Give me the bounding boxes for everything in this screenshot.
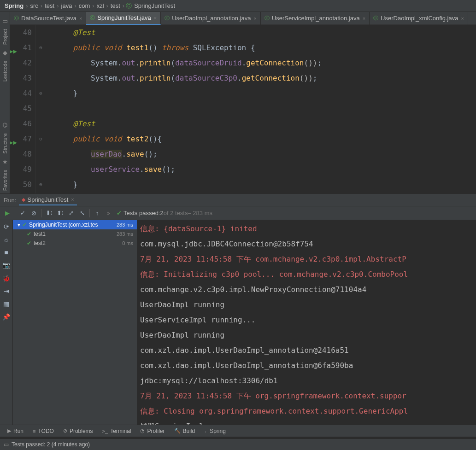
code-line[interactable]: System.out.println(dataSourceDruid.getCo…	[55, 55, 476, 70]
run-panel-header: Run: ◆ SpringJunitTest ×	[0, 193, 476, 206]
close-icon[interactable]: ×	[363, 16, 365, 21]
tool-leetcode[interactable]: Leetcode	[2, 61, 8, 82]
close-icon[interactable]: ×	[253, 16, 256, 21]
console-line[interactable]: com.xzl.dao.impl.UserDaoImpl_annotation@…	[140, 358, 473, 373]
breadcrumb-bar: Spring › src › test › java › com › xzl ›…	[0, 0, 476, 12]
console-line[interactable]: jdbc:mysql://localhost:3306/db1	[140, 373, 473, 388]
console-line[interactable]: 7月 21, 2023 11:45:58 下午 com.mchange.v2.c…	[140, 251, 473, 267]
tool-favorites[interactable]: Favorites	[2, 170, 8, 191]
project-icon[interactable]: ▭	[2, 18, 8, 24]
bottom-tab-spring[interactable]: ⬫Spring	[200, 425, 230, 437]
debug-button[interactable]: ☼	[0, 233, 12, 246]
test-tree[interactable]: ▾✔SpringJunitTest (com.xzl.tes283 ms✔tes…	[13, 220, 137, 425]
tool-project[interactable]: Project	[2, 29, 8, 45]
camera-icon[interactable]: 📷	[0, 259, 12, 272]
run-label: Run:	[4, 197, 16, 204]
fold-marker[interactable]: ⊖	[36, 177, 46, 192]
tab-icon: 🔨	[174, 428, 181, 434]
more-button[interactable]: »	[103, 208, 114, 219]
close-icon[interactable]: ×	[461, 16, 464, 21]
code-line[interactable]: userService.save();	[55, 162, 476, 177]
test-tree-row[interactable]: ▾✔SpringJunitTest (com.xzl.tes283 ms	[13, 220, 137, 229]
editor-tab[interactable]: ⒸUserDaoImpl_annotation.java×	[161, 12, 261, 25]
test-name: SpringJunitTest (com.xzl.tes	[29, 222, 98, 228]
expand-all-button[interactable]: ⤢	[65, 208, 76, 219]
up-button[interactable]: ↑	[92, 208, 103, 219]
code-line[interactable]: public void test1() throws SQLException …	[55, 40, 476, 55]
bottom-tab-terminal[interactable]: >_Terminal	[98, 425, 136, 437]
code-line[interactable]: System.out.println(dataSourceC3p0.getCon…	[55, 70, 476, 86]
structure-icon[interactable]: ⌬	[2, 122, 7, 129]
console-output[interactable]: 信息: {dataSource-1} initedcom.mysql.jdbc.…	[137, 220, 476, 425]
code-area[interactable]: @Test public void test1() throws SQLExce…	[46, 25, 476, 193]
collapse-all-button[interactable]: ⤡	[76, 208, 88, 219]
code-line[interactable]: @Test	[55, 116, 476, 131]
editor-tab[interactable]: ⒸDataSourceTest.java×	[10, 12, 86, 25]
show-passed-button[interactable]: ✓	[17, 208, 28, 219]
bug-icon[interactable]: 🐞	[0, 272, 12, 285]
line-number: 48	[10, 146, 32, 162]
fold-marker[interactable]: ⊖	[36, 86, 46, 101]
code-editor[interactable]: 4041▶▶424344454647▶▶484950 ⊖⊖⊖⊖ @Test pu…	[10, 25, 476, 193]
tool-structure[interactable]: Structure	[2, 133, 8, 154]
run-step-button[interactable]: ⟳	[0, 220, 12, 233]
breadcrumb-item[interactable]: java	[60, 2, 73, 9]
console-line[interactable]: UserServiceImpl running...	[140, 312, 473, 327]
breadcrumb-root[interactable]: Spring	[4, 2, 24, 9]
fold-marker[interactable]: ⊖	[36, 40, 46, 55]
breadcrumb-item[interactable]: test	[44, 2, 55, 9]
code-line[interactable]: }	[55, 86, 476, 101]
code-line[interactable]: @Test	[55, 25, 476, 40]
bottom-tab-build[interactable]: 🔨Build	[170, 425, 200, 437]
chevron-down-icon[interactable]: ▾	[18, 222, 20, 228]
test-tree-row[interactable]: ✔test1283 ms	[13, 229, 137, 239]
editor-tab[interactable]: ⒸUserDaoImpl_xmlConfig.java×	[370, 12, 468, 25]
layout-icon[interactable]: ▦	[0, 298, 12, 310]
fold-column[interactable]: ⊖⊖⊖⊖	[36, 25, 46, 193]
breadcrumb-item[interactable]: com	[78, 2, 91, 9]
test-tree-row[interactable]: ✔test20 ms	[13, 239, 137, 248]
bottom-tab-todo[interactable]: ≡TODO	[28, 425, 59, 437]
line-number: 49	[10, 162, 32, 177]
console-line[interactable]: 信息: Initializing c3p0 pool... com.mchang…	[140, 267, 473, 282]
bottom-tab-run[interactable]: ▶Run	[3, 425, 28, 437]
editor-tab[interactable]: ⒸUserServiceImpl_annotation.java×	[261, 12, 370, 25]
breadcrumb-item[interactable]: test	[110, 2, 121, 9]
console-line[interactable]: UserDaoImpl running	[140, 297, 473, 312]
breadcrumb-item[interactable]: src	[29, 2, 39, 9]
test-status: ✔ Tests passed: 2 of 2 tests – 283 ms	[117, 210, 212, 216]
breadcrumb-item[interactable]: xzl	[96, 2, 105, 9]
code-line[interactable]	[55, 101, 476, 116]
stop-button[interactable]: ■	[0, 246, 12, 259]
code-line[interactable]: public void test2(){	[55, 131, 476, 146]
console-line[interactable]: UserDaoImpl running	[140, 327, 473, 343]
bottom-tab-profiler[interactable]: ◔Profiler	[135, 425, 169, 437]
fold-marker[interactable]: ⊖	[36, 131, 46, 146]
rerun-button[interactable]: ▶	[2, 208, 13, 219]
console-line[interactable]: 信息: Closing org.springframework.context.…	[140, 403, 473, 419]
show-ignored-button[interactable]: ⊘	[28, 208, 39, 219]
close-icon[interactable]: ×	[79, 16, 82, 21]
exit-icon[interactable]: ⇥	[0, 285, 12, 298]
sort-up-button[interactable]: ⬆⁝	[54, 208, 65, 219]
bottom-tab-problems[interactable]: ⊘Problems	[59, 425, 98, 437]
console-line[interactable]: com.mysql.jdbc.JDBC4Connection@2b58f754	[140, 236, 473, 251]
run-config-tab[interactable]: ◆ SpringJunitTest ×	[19, 195, 76, 205]
pin-icon[interactable]: 📌	[0, 310, 12, 323]
leetcode-icon[interactable]: ◆	[3, 49, 7, 56]
close-icon[interactable]: ×	[154, 15, 157, 21]
java-icon: Ⓒ	[90, 14, 95, 21]
console-line[interactable]: 7月 21, 2023 11:45:58 下午 org.springframew…	[140, 388, 473, 403]
console-line[interactable]: com.xzl.dao.impl.UserDaoImpl_annotation@…	[140, 343, 473, 358]
sort-down-button[interactable]: ⬇⁝	[43, 208, 54, 219]
breadcrumb-leaf[interactable]: SpringJunitTest	[133, 2, 176, 9]
code-line[interactable]: userDao.save();	[55, 146, 476, 162]
code-line[interactable]: }	[55, 177, 476, 192]
console-line[interactable]: com.mchange.v2.c3p0.impl.NewProxyConnect…	[140, 282, 473, 297]
console-line[interactable]: 销毁ServiceImpl	[140, 419, 473, 425]
editor-tab[interactable]: ⒸSpringJunitTest.java×	[86, 12, 161, 25]
console-line[interactable]: 信息: {dataSource-1} inited	[140, 221, 473, 236]
close-icon[interactable]: ×	[71, 197, 74, 202]
fold-marker	[36, 116, 46, 131]
star-icon[interactable]: ★	[2, 158, 8, 165]
